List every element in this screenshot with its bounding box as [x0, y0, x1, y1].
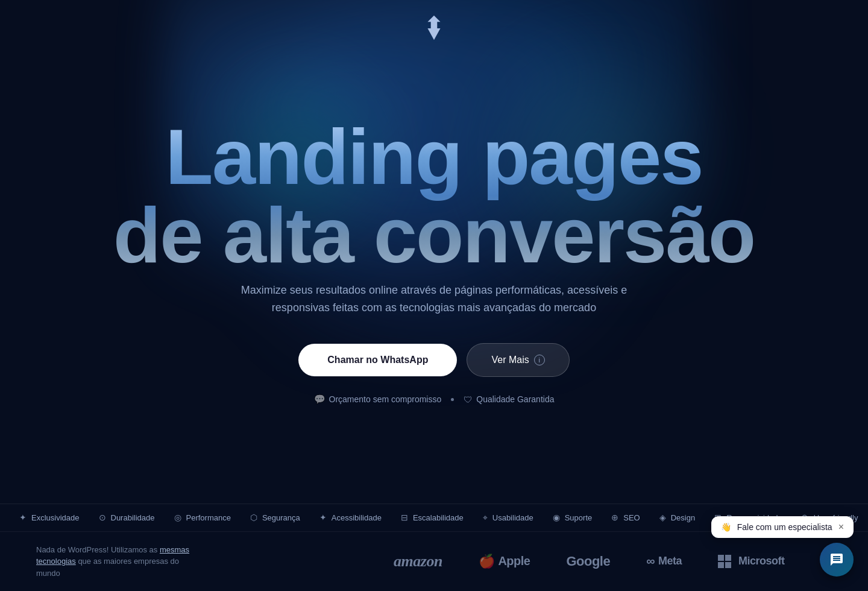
ticker-label: Usabilidade [492, 513, 533, 522]
ticker-icon: ⬡ [250, 513, 257, 522]
ticker-item: ⊙Durabilidade [99, 513, 155, 522]
hero-section: Landing pages de alta conversão Maximize… [77, 19, 791, 504]
page: Landing pages de alta conversão Maximize… [0, 0, 868, 591]
ticker-icon: ⊙ [99, 513, 106, 522]
ticker-label: Exclusividade [31, 513, 80, 522]
info-icon: i [534, 355, 545, 365]
ticker-label: Escalabilidade [413, 513, 464, 522]
trust-separator [451, 398, 454, 401]
chat-button[interactable] [820, 543, 854, 577]
brand-logo-meta: ∞Meta [646, 554, 682, 568]
ticker-icon: ⌖ [483, 513, 488, 523]
ticker-icon: ✦ [319, 513, 327, 522]
whatsapp-button[interactable]: Chamar no WhatsApp [298, 344, 457, 376]
chat-bubble: 👋 Fale com um especialista × [711, 516, 854, 577]
brand-logo-apple: 🍎Apple [479, 554, 530, 569]
ticker-icon: ✦ [19, 513, 27, 522]
chat-close-button[interactable]: × [838, 522, 844, 532]
trust-item-quality: 🛡 Qualidade Garantida [464, 394, 554, 405]
ticker-label: Suporte [565, 513, 593, 522]
brand-logo-google: Google [566, 554, 610, 569]
ticker-item: ✦Acessibilidade [319, 513, 382, 522]
cta-buttons: Chamar no WhatsApp Ver Mais i [298, 343, 569, 377]
ticker-icon: ◎ [174, 513, 181, 522]
hero-subtitle: Maximize seus resultados online através … [229, 282, 639, 317]
ticker-label: Performance [186, 513, 231, 522]
ticker-label: Segurança [262, 513, 300, 522]
ticker-label: SEO [623, 513, 640, 522]
trust-item-budget: 💬 Orçamento sem compromisso [314, 394, 442, 405]
learn-more-button[interactable]: Ver Mais i [467, 343, 569, 377]
shield-icon: 🛡 [464, 394, 473, 405]
ticker-item: ◉Suporte [553, 513, 593, 522]
chat-button-icon [829, 552, 844, 567]
ticker-item: ◎Performance [174, 513, 231, 522]
wave-icon: 👋 [721, 522, 731, 532]
ticker-label: Acessibilidade [332, 513, 382, 522]
chat-icon: 💬 [314, 394, 326, 405]
ticker-icon: ⊟ [401, 513, 408, 522]
ticker-item: ✦Exclusividade [19, 513, 80, 522]
chat-tooltip: 👋 Fale com um especialista × [711, 516, 854, 538]
ticker-item: ◈Design [659, 513, 695, 522]
brand-logo-amazon: amazon [394, 552, 442, 570]
ticker-label: Design [671, 513, 695, 522]
ticker-item: ⊟Escalabilidade [401, 513, 464, 522]
ticker-icon: ⊕ [611, 513, 618, 522]
ticker-item: ⊕SEO [611, 513, 640, 522]
trust-badges: 💬 Orçamento sem compromisso 🛡 Qualidade … [314, 394, 555, 405]
ticker-item: ⌖Usabilidade [483, 513, 533, 523]
ticker-item: ⬡Segurança [250, 513, 300, 522]
ticker-icon: ◉ [553, 513, 560, 522]
brands-note: Nada de WordPress! Utilizamos as mesmas … [36, 544, 205, 580]
ticker-label: Durabilidade [111, 513, 155, 522]
chat-tooltip-text: Fale com um especialista [737, 522, 832, 532]
ticker-icon: ◈ [659, 513, 666, 522]
hero-title: Landing pages de alta conversão [113, 118, 755, 274]
